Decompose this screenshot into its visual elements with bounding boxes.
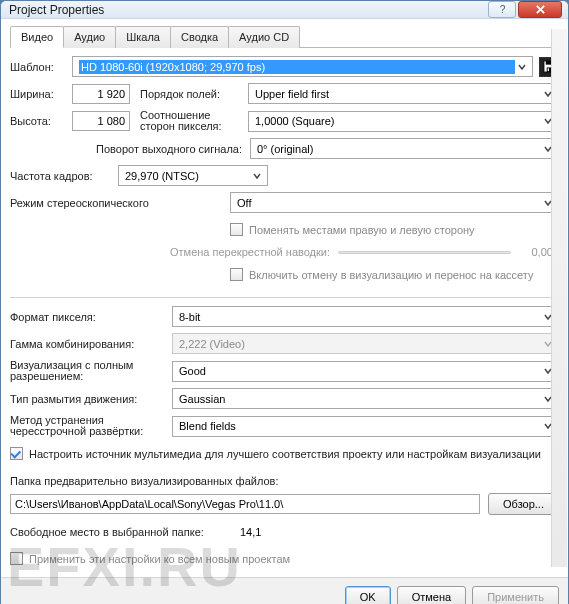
template-select[interactable]: HD 1080-60i (1920x1080; 29,970 fps): [72, 56, 533, 77]
framerate-select[interactable]: 29,970 (NTSC): [118, 165, 268, 186]
framerate-label: Частота кадров:: [10, 170, 118, 182]
tab-audio[interactable]: Аудио: [63, 26, 116, 48]
crosstalk-slider: [338, 251, 511, 254]
rotation-select[interactable]: 0° (original): [250, 138, 559, 159]
deinterlace-label: Метод устранения чересстрочной развёртки…: [10, 415, 172, 437]
freespace-label: Свободное место в выбранной папке:: [10, 526, 240, 538]
tab-ruler[interactable]: Шкала: [115, 26, 171, 48]
checkbox-checked-icon: [10, 447, 23, 460]
tab-audiocd[interactable]: Аудио CD: [228, 26, 300, 48]
stereo-select[interactable]: Off: [230, 192, 559, 213]
apply-button[interactable]: Применить: [472, 586, 559, 604]
help-button[interactable]: ?: [488, 1, 516, 18]
crosstalk-label: Отмена перекрестной наводки:: [170, 246, 330, 258]
gamma-select: 2,222 (Video): [172, 333, 559, 354]
browse-button[interactable]: Обзор...: [488, 493, 559, 515]
stereo-label: Режим стереоскопического: [10, 197, 230, 209]
tab-summary[interactable]: Сводка: [170, 26, 229, 48]
par-label: Соотношение сторон пикселя:: [140, 110, 248, 132]
swap-lr-checkbox[interactable]: Поменять местами правую и левую сторону: [230, 223, 475, 236]
deinterlace-select[interactable]: Blend fields: [172, 416, 559, 437]
blur-label: Тип размытия движения:: [10, 393, 172, 405]
gamma-label: Гамма комбинирования:: [10, 338, 172, 350]
scrollbar-vertical[interactable]: [551, 29, 567, 567]
apply-all-checkbox[interactable]: Применить эти настройки ко всем новым пр…: [10, 552, 290, 565]
checkbox-icon: [10, 552, 23, 565]
prerender-path-input[interactable]: [10, 494, 480, 514]
field-order-label: Порядок полей:: [140, 88, 248, 100]
chevron-down-icon: [515, 58, 530, 75]
field-order-select[interactable]: Upper field first: [248, 83, 559, 104]
template-label: Шаблон:: [10, 61, 72, 73]
tab-strip: Видео Аудио Шкала Сводка Аудио CD: [10, 25, 559, 48]
blur-select[interactable]: Gaussian: [172, 388, 559, 409]
cancel-button[interactable]: Отмена: [397, 586, 466, 604]
prerender-label: Папка предварительно визуализированных ф…: [10, 475, 278, 487]
dialog-content: Видео Аудио Шкала Сводка Аудио CD Шаблон…: [1, 19, 568, 577]
freespace-value: 14,1: [240, 526, 261, 538]
fullres-select[interactable]: Good: [172, 361, 559, 382]
adjust-source-checkbox[interactable]: Настроить источник мультимедиа для лучше…: [10, 447, 541, 460]
width-label: Ширина:: [10, 88, 72, 100]
window-title: Project Properties: [7, 3, 486, 17]
checkbox-icon: [230, 223, 243, 236]
pixel-format-label: Формат пикселя:: [10, 311, 172, 323]
width-input[interactable]: [72, 84, 130, 104]
svg-text:?: ?: [499, 4, 505, 15]
tab-video[interactable]: Видео: [10, 26, 64, 48]
checkbox-icon: [230, 268, 243, 281]
chevron-down-icon: [249, 167, 265, 184]
fullres-label: Визуализация с полным разрешением:: [10, 360, 172, 382]
close-button[interactable]: [518, 1, 562, 18]
par-select[interactable]: 1,0000 (Square): [248, 111, 559, 132]
height-label: Высота:: [10, 115, 72, 127]
pixel-format-select[interactable]: 8-bit: [172, 306, 559, 327]
rotation-label: Поворот выходного сигнала:: [10, 143, 250, 155]
project-properties-window: Project Properties ? Видео Аудио Шкала С…: [0, 0, 569, 604]
dialog-footer: OK Отмена Применить: [1, 577, 568, 604]
divider: [10, 297, 559, 298]
titlebar: Project Properties ?: [1, 1, 568, 19]
height-input[interactable]: [72, 111, 130, 131]
include-cancel-checkbox[interactable]: Включить отмену в визуализацию и перенос…: [230, 268, 534, 281]
ok-button[interactable]: OK: [345, 586, 391, 604]
svg-rect-4: [547, 68, 548, 71]
